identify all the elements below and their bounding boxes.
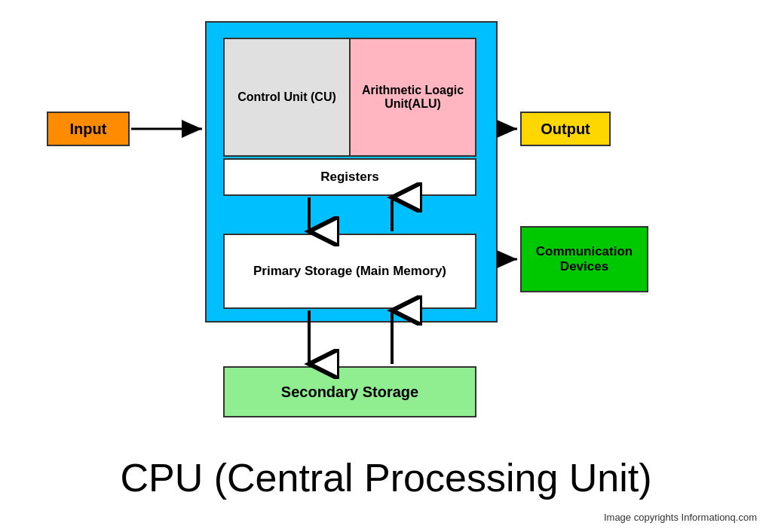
registers-label: Registers: [320, 170, 378, 185]
alu-label: Arithmetic Loagic Unit(ALU): [357, 84, 469, 111]
control-unit-box: Control Unit (CU): [225, 39, 351, 155]
primary-storage-box: Primary Storage (Main Memory): [223, 234, 476, 309]
control-unit-label: Control Unit (CU): [237, 90, 336, 104]
comm-label: Communication Devices: [522, 244, 647, 274]
copyright-text: Image copyrights Informationq.com: [604, 512, 757, 523]
input-label: Input: [70, 121, 107, 138]
cu-alu-container: Control Unit (CU) Arithmetic Loagic Unit…: [223, 38, 476, 157]
input-box: Input: [47, 112, 130, 146]
output-box: Output: [520, 112, 611, 146]
diagram-container: Control Unit (CU) Arithmetic Loagic Unit…: [0, 0, 772, 532]
communication-devices-box: Communication Devices: [520, 226, 648, 292]
secondary-storage-label: Secondary Storage: [281, 384, 418, 401]
page-title: CPU (Central Processing Unit): [0, 455, 772, 500]
primary-storage-label: Primary Storage (Main Memory): [253, 264, 446, 279]
registers-box: Registers: [223, 158, 476, 196]
output-label: Output: [541, 121, 590, 138]
alu-box: Arithmetic Loagic Unit(ALU): [351, 39, 475, 155]
secondary-storage-box: Secondary Storage: [223, 366, 476, 417]
